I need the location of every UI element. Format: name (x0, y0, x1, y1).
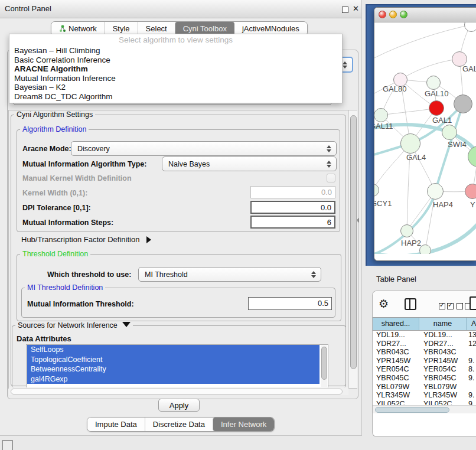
algorithm-dropdown-prompt: Select algorithm to view settings (9, 34, 342, 46)
dropdown-item-basic-correlation-inference[interactable]: Basic Correlation Inference (9, 56, 342, 65)
table-cell: YBR045C (419, 374, 465, 382)
table-cell: YDL19... (373, 331, 419, 339)
table-cell: 8. (465, 365, 476, 373)
network-window-titlebar[interactable] (374, 8, 476, 22)
close-traffic-button[interactable] (379, 11, 386, 18)
node-hap4[interactable] (427, 183, 444, 200)
node-gal1[interactable] (429, 100, 444, 116)
mi-type-value: Naive Bayes (168, 160, 210, 168)
column-header-shared[interactable]: shared... (373, 318, 419, 330)
dpi-tolerance-field[interactable]: 0.0 (250, 201, 335, 214)
table-cell: YIL052C (373, 400, 419, 405)
screen: Control Panel ✕ NetworkStyleSelectCyni T… (0, 0, 476, 450)
dropdown-item-bayesian-hill-climbing[interactable]: Bayesian – Hill Climbing (9, 46, 342, 56)
attribute-item-betweennesscentrality[interactable]: BetweennessCentrality (27, 364, 319, 374)
chevron-down-icon (122, 322, 131, 327)
table-row[interactable]: YPR145WYPR145W9. (373, 357, 476, 365)
which-threshold-label: Which threshold to use: (47, 270, 131, 279)
data-attributes-list[interactable]: SelfLoopsTopologicalCoefficientBetweenne… (26, 344, 328, 388)
dropdown-item-mutual-information-inference[interactable]: Mutual Information Inference (9, 74, 342, 83)
node-swi4[interactable] (442, 125, 457, 140)
list-scrollbar-thumb[interactable] (321, 347, 327, 380)
dropdown-item-dream8-dc-tdc-algorithm[interactable]: Dream8 DC_TDC Algorithm (9, 92, 342, 102)
close-icon[interactable]: ✕ (353, 4, 359, 13)
node[interactable] (419, 244, 431, 254)
table-row[interactable]: YDR27...YDR27...12 (373, 340, 476, 348)
hub-tf-definition-label: Hub/Transcription Factor Definition (21, 235, 139, 244)
split-columns-icon[interactable] (405, 298, 416, 310)
data-task-tabs: Impute DataDiscretize DataInfer Network (87, 417, 275, 432)
kernel-width-label: Kernel Width (0,1): (22, 189, 87, 197)
sources-title-row[interactable]: Sources for Network Inference (15, 321, 133, 330)
vertical-scrollbar-thumb[interactable] (350, 115, 357, 369)
mi-steps-field[interactable]: 6 (250, 216, 335, 229)
node-label-hap4: HAP4 (433, 200, 453, 209)
table-cell: YER054C (419, 365, 465, 373)
table-row[interactable]: YER054CYER054C8. (373, 365, 476, 373)
which-threshold-combo[interactable]: MI Threshold (138, 267, 321, 282)
mi-type-combo[interactable]: Naive Bayes (162, 156, 337, 171)
node-gal10[interactable] (426, 76, 441, 90)
network-window: GALGAL80GAL10GAL1GAL11SWI4GAL4GCY1HAP4YH… (374, 7, 476, 261)
node-hap2[interactable] (400, 224, 413, 237)
kernel-width-field[interactable]: 0.0 (250, 186, 335, 198)
table-cell: YDR27... (419, 340, 465, 348)
table-row[interactable]: YBR043CYBR043C (373, 348, 476, 356)
attribute-item-selfloops[interactable]: SelfLoops (27, 345, 319, 355)
tab-label: Cyni Toolbox (183, 24, 227, 33)
table-cell: YDL19... (419, 331, 465, 339)
minimize-traffic-button[interactable] (389, 11, 397, 18)
node-gal4[interactable] (400, 133, 420, 154)
table-cell: YBR043C (373, 348, 419, 356)
zoom-traffic-button[interactable] (400, 11, 407, 18)
docked-panel-icon[interactable] (2, 440, 13, 450)
gear-icon[interactable]: ⚙ (379, 297, 389, 311)
node[interactable] (454, 94, 472, 113)
tab-infer-network[interactable]: Infer Network (213, 418, 274, 431)
table-row[interactable]: YIL052CYIL052C9 (373, 400, 476, 405)
network-canvas[interactable]: GALGAL80GAL10GAL1GAL11SWI4GAL4GCY1HAP4YH… (374, 22, 476, 254)
table-horizontal-scrollbar[interactable] (373, 405, 476, 413)
dropdown-item-bayesian-k2[interactable]: Bayesian – K2 (9, 83, 342, 92)
column-header-extra[interactable]: A (467, 318, 476, 330)
apply-button[interactable]: Apply (158, 399, 200, 412)
cyni-algorithm-settings-title: Cyni Algorithm Settings (14, 110, 95, 119)
table-row[interactable]: YLR345WYLR345W9. (373, 391, 476, 399)
combo-spinner-icon (343, 61, 347, 69)
tab-impute-data[interactable]: Impute Data (87, 418, 145, 431)
horizontal-scrollbar[interactable] (9, 387, 348, 395)
network-icon (59, 24, 69, 33)
horizontal-scrollbar-thumb[interactable] (11, 389, 343, 394)
table-toolbar: ⚙ (373, 291, 476, 317)
dropdown-item-aracne-algorithm[interactable]: ARACNE Algorithm (9, 64, 342, 74)
node-gal11[interactable] (374, 108, 388, 122)
node-label-gal80: GAL80 (383, 84, 406, 93)
dpi-tolerance-label: DPI Tolerance [0,1]: (22, 204, 91, 212)
table-row[interactable]: YBR045CYBR045C9. (373, 374, 476, 382)
table-horizontal-scrollbar-thumb[interactable] (375, 407, 449, 413)
tab-label: Impute Data (95, 420, 137, 429)
table-cell: 9. (465, 357, 476, 365)
aracne-mode-combo[interactable]: Discovery (71, 141, 337, 156)
document-icon[interactable] (470, 296, 476, 310)
list-scrollbar[interactable] (321, 345, 327, 387)
data-attributes-label: Data Attributes (17, 334, 71, 343)
node-label-hap2: HAP2 (401, 239, 421, 247)
algorithm-dropdown: Select algorithm to view settings Bayesi… (9, 34, 343, 103)
table-row[interactable]: YDL19...YDL19...13 (373, 331, 476, 339)
float-icon[interactable] (342, 6, 348, 13)
mi-threshold-field[interactable]: 0.5 (248, 297, 332, 310)
manual-kernel-checkbox[interactable] (327, 174, 335, 182)
hub-tf-definition-toggle[interactable]: Hub/Transcription Factor Definition (21, 235, 151, 244)
node-y[interactable] (465, 184, 476, 199)
table-cell: YDR27... (373, 340, 419, 348)
table-cell: YLR345W (373, 391, 419, 399)
attribute-item-gal4rgexp[interactable]: gal4RGexp (27, 374, 319, 384)
aracne-mode-value: Discovery (77, 145, 110, 153)
column-header-name[interactable]: name (419, 318, 467, 330)
attribute-item-topologicalcoefficient[interactable]: TopologicalCoefficient (27, 355, 319, 365)
vertical-scrollbar[interactable] (348, 110, 357, 388)
tab-discretize-data[interactable]: Discretize Data (145, 418, 213, 431)
select-all-checks-icon[interactable] (439, 301, 455, 312)
table-row[interactable]: YBL079WYBL079W (373, 383, 476, 391)
